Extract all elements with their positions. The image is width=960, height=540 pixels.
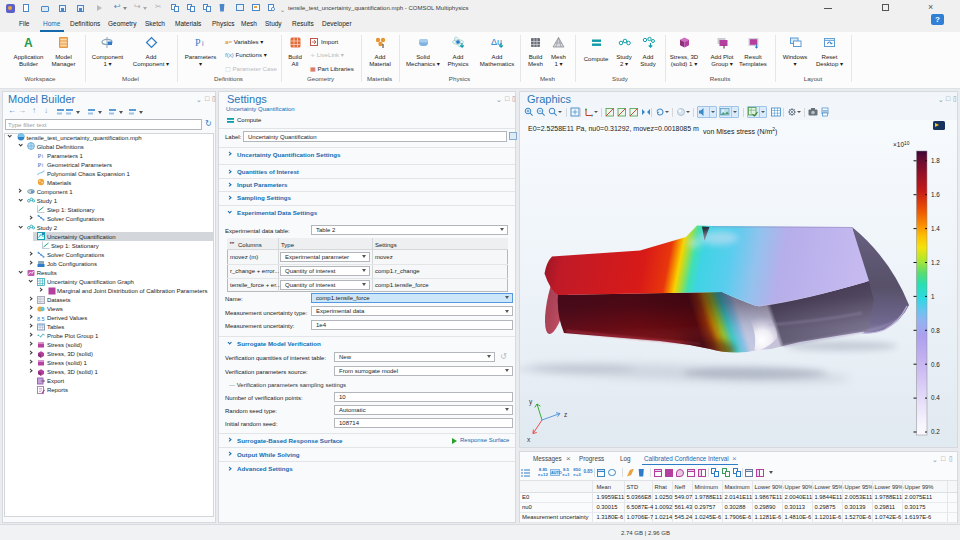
svg-text:i: i (42, 153, 43, 159)
svg-text:0.2: 0.2 (931, 428, 940, 435)
svg-text:8.5: 8.5 (37, 315, 45, 321)
svg-text:1.2: 1.2 (931, 259, 940, 266)
svg-text:P: P (195, 37, 201, 48)
svg-text:1.6: 1.6 (931, 191, 940, 198)
svg-text:0.4: 0.4 (931, 394, 940, 401)
svg-text:Δu: Δu (491, 37, 502, 47)
svg-text:i: i (202, 40, 204, 47)
svg-text:P: P (38, 152, 42, 160)
svg-text:z: z (564, 411, 567, 418)
svg-text:1.4: 1.4 (931, 225, 940, 232)
svg-text:1.8: 1.8 (931, 157, 940, 164)
svg-text:A: A (24, 36, 33, 49)
svg-text:1: 1 (931, 293, 935, 300)
svg-text:P: P (38, 161, 42, 169)
svg-text:0.6: 0.6 (931, 361, 940, 368)
svg-text:i: i (42, 162, 43, 168)
svg-text:0.8: 0.8 (931, 327, 940, 334)
